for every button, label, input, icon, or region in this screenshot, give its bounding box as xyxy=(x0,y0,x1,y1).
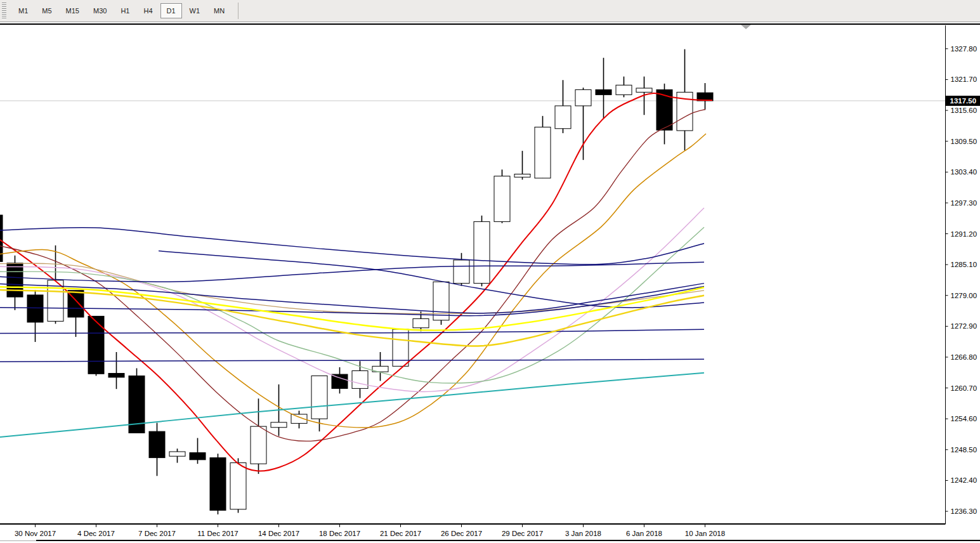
date-axis-label: 14 Dec 2017 xyxy=(258,530,299,537)
bear-candle xyxy=(190,453,206,460)
date-axis-label: 30 Nov 2017 xyxy=(15,530,56,537)
bull-candle xyxy=(535,127,551,178)
mt4-chart-window: M1M5M15M30H1H4D1W1MN 1327.801321.701315.… xyxy=(0,0,980,543)
bear-candle xyxy=(7,263,23,297)
ma-maroon xyxy=(0,109,705,441)
ma-yellow-gold xyxy=(0,290,704,346)
bottom-window-edge-gray xyxy=(0,540,36,541)
date-axis-label: 4 Dec 2017 xyxy=(77,530,115,537)
ma-navy-5 xyxy=(159,251,704,308)
price-axis-label: 1327.80 xyxy=(951,45,977,53)
price-axis-label: 1260.70 xyxy=(951,384,977,392)
bull-candle xyxy=(555,106,571,129)
timeframe-button-m5[interactable]: M5 xyxy=(36,3,58,18)
date-axis-label: 6 Jan 2018 xyxy=(626,530,662,537)
bear-candle xyxy=(88,316,104,374)
price-axis-label: 1236.30 xyxy=(951,507,977,515)
timeframe-button-mn[interactable]: MN xyxy=(207,3,231,18)
timeframe-button-m1[interactable]: M1 xyxy=(12,3,34,18)
ma-navy-flat-lower xyxy=(0,359,704,362)
bull-candle xyxy=(230,463,246,509)
date-axis-label: 21 Dec 2017 xyxy=(380,530,421,537)
price-axis-label: 1242.40 xyxy=(951,476,977,484)
date-axis-label: 10 Jan 2018 xyxy=(685,530,725,537)
timeframe-button-h4[interactable]: H4 xyxy=(137,3,159,18)
bear-candle xyxy=(149,431,165,457)
bull-candle xyxy=(311,376,327,419)
bottom-window-edge-black xyxy=(36,540,980,541)
bull-candle xyxy=(494,176,510,222)
date-axis-label: 29 Dec 2017 xyxy=(502,530,543,537)
price-axis-label: 1254.60 xyxy=(951,415,977,422)
timeframe-button-m30[interactable]: M30 xyxy=(87,3,113,18)
bear-candle xyxy=(27,295,43,322)
price-axis-label: 1266.80 xyxy=(951,353,977,361)
price-axis-label: 1303.40 xyxy=(951,168,977,176)
bear-candle xyxy=(108,373,124,377)
bull-candle xyxy=(575,89,591,106)
bull-candle xyxy=(636,88,652,92)
price-axis-label: 1279.00 xyxy=(951,292,977,299)
candlestick-chart[interactable]: 1327.801321.701315.601309.501303.401297.… xyxy=(0,0,980,543)
scroll-position-marker[interactable] xyxy=(741,25,751,29)
price-axis-label: 1315.60 xyxy=(951,107,977,114)
timeframe-button-h1[interactable]: H1 xyxy=(114,3,136,18)
bull-candle xyxy=(251,426,266,464)
bear-candle xyxy=(332,374,348,388)
date-axis-label: 18 Dec 2017 xyxy=(319,530,360,537)
timeframe-button-m15[interactable]: M15 xyxy=(60,3,86,18)
bull-candle xyxy=(169,452,185,456)
bull-candle xyxy=(271,422,287,428)
price-axis-label: 1248.50 xyxy=(951,446,977,454)
date-axis-label: 7 Dec 2017 xyxy=(138,530,176,537)
price-axis-label: 1309.50 xyxy=(951,138,977,145)
toolbar-drag-handle[interactable] xyxy=(2,3,6,19)
price-axis-label: 1272.90 xyxy=(951,322,977,330)
timeframe-button-d1[interactable]: D1 xyxy=(160,3,182,18)
timeframes-toolbar: M1M5M15M30H1H4D1W1MN xyxy=(0,0,980,22)
bull-candle xyxy=(454,260,469,284)
bull-candle xyxy=(352,370,368,388)
price-axis-label: 1291.20 xyxy=(951,230,977,238)
price-axis-label: 1321.70 xyxy=(951,75,977,83)
toolbar-separator xyxy=(238,3,238,19)
price-axis-label: 1297.30 xyxy=(951,199,977,207)
bull-candle xyxy=(514,174,530,177)
current-price-tag-text: 1317.50 xyxy=(950,97,977,105)
bull-candle xyxy=(616,85,632,95)
date-axis-label: 11 Dec 2017 xyxy=(197,530,238,537)
bull-candle xyxy=(474,221,490,283)
ma-red-fast xyxy=(0,93,712,471)
bear-candle xyxy=(210,458,226,511)
bear-candle xyxy=(596,89,611,95)
timeframe-buttons: M1M5M15M30H1H4D1W1MN xyxy=(11,3,232,18)
timeframe-button-w1[interactable]: W1 xyxy=(183,3,207,18)
date-axis-label: 3 Jan 2018 xyxy=(565,530,601,537)
toolbar-bottom-border xyxy=(0,23,980,25)
date-axis-label: 26 Dec 2017 xyxy=(441,530,482,537)
price-axis-label: 1285.10 xyxy=(951,261,977,268)
bull-candle xyxy=(433,282,449,320)
ma-navy-long xyxy=(0,228,704,265)
bull-candle xyxy=(413,318,429,327)
bear-candle xyxy=(0,215,3,261)
